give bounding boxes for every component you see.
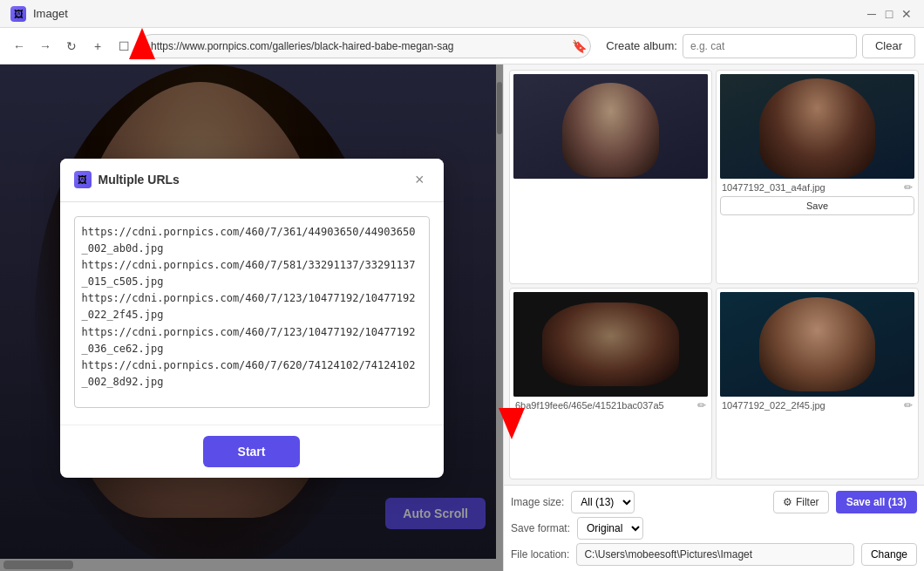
gallery-item: 460x690 10477192_022_2f45.jpg ✏ bbox=[716, 288, 919, 480]
modal-close-button[interactable]: × bbox=[410, 169, 430, 191]
right-panel: 853x1280 460x690 10477192_031_a4af.jpg bbox=[503, 65, 924, 571]
clear-button[interactable]: Clear bbox=[862, 34, 915, 58]
maximize-button[interactable]: □ bbox=[882, 7, 896, 21]
thumbnail: 460x690 bbox=[720, 292, 914, 397]
change-button[interactable]: Change bbox=[861, 543, 917, 566]
thumbnail: 000x250 bbox=[513, 292, 708, 397]
gallery-item: 460x690 10477192_031_a4af.jpg ✏ Save bbox=[716, 70, 919, 284]
close-button[interactable]: ✕ bbox=[900, 7, 914, 21]
modal-header: 🖼 Multiple URLs × bbox=[60, 159, 444, 202]
bottom-toolbar: Image size: All (13) ⚙ Filter Save all (… bbox=[504, 485, 924, 571]
start-button[interactable]: Start bbox=[203, 436, 301, 467]
minimize-button[interactable]: ─ bbox=[865, 7, 879, 21]
titlebar: Imaget ─ □ ✕ bbox=[0, 0, 924, 28]
gallery-item: 853x1280 bbox=[509, 70, 712, 284]
bookmark-icon: 🔖 bbox=[572, 39, 587, 53]
toolbar-row-format: Save format: Original bbox=[511, 517, 917, 540]
item-footer: 10477192_022_2f45.jpg ✏ bbox=[720, 397, 914, 411]
thumbnail: 853x1280 bbox=[513, 74, 708, 179]
address-input[interactable] bbox=[139, 34, 591, 58]
main-area: Auto Scroll 🖼 Multiple URLs × https://cd… bbox=[0, 65, 924, 571]
back-button[interactable]: ← bbox=[9, 36, 30, 57]
save-button[interactable]: Save bbox=[720, 196, 914, 215]
album-input[interactable] bbox=[683, 34, 857, 58]
file-location-input[interactable] bbox=[576, 543, 854, 566]
new-tab-button[interactable]: + bbox=[87, 36, 108, 57]
urls-textarea[interactable]: https://cdni.pornpics.com/460/7/361/4490… bbox=[74, 216, 430, 408]
refresh-button[interactable]: ↻ bbox=[61, 36, 82, 57]
window-controls: ─ □ ✕ bbox=[865, 7, 914, 21]
multiple-urls-modal: 🖼 Multiple URLs × https://cdni.pornpics.… bbox=[60, 159, 444, 478]
modal-title: Multiple URLs bbox=[99, 173, 410, 187]
page-icon-button[interactable]: ☐ bbox=[113, 36, 134, 57]
filename-label: 10477192_031_a4af.jpg bbox=[722, 182, 904, 193]
gallery-grid: 853x1280 460x690 10477192_031_a4af.jpg bbox=[504, 65, 924, 485]
edit-icon[interactable]: ✏ bbox=[904, 181, 913, 194]
filter-label: Filter bbox=[796, 496, 819, 508]
modal-body: https://cdni.pornpics.com/460/7/361/4490… bbox=[60, 202, 444, 425]
modal-icon: 🖼 bbox=[74, 171, 92, 188]
forward-button[interactable]: → bbox=[35, 36, 56, 57]
filter-button[interactable]: ⚙ Filter bbox=[773, 491, 829, 513]
file-location-label: File location: bbox=[511, 548, 569, 561]
thumbnail: 460x690 bbox=[720, 74, 914, 179]
save-format-select[interactable]: Original bbox=[577, 517, 643, 540]
save-format-label: Save format: bbox=[511, 522, 570, 534]
modal-footer: Start bbox=[60, 425, 444, 478]
filter-icon: ⚙ bbox=[783, 496, 792, 508]
browser-viewport: Auto Scroll 🖼 Multiple URLs × https://cd… bbox=[0, 65, 503, 571]
modal-overlay: 🖼 Multiple URLs × https://cdni.pornpics.… bbox=[0, 65, 503, 571]
addressbar: ← → ↻ + ☐ 🔖 Create album: Clear bbox=[0, 28, 924, 65]
image-size-select[interactable]: All (13) bbox=[571, 491, 635, 513]
app-title: Imaget bbox=[33, 7, 858, 20]
filename-label: 6ba9f19fee6/465e/41521bac037a5 bbox=[515, 400, 697, 411]
item-footer: 6ba9f19fee6/465e/41521bac037a5 ✏ bbox=[513, 397, 708, 411]
album-label: Create album: bbox=[606, 39, 677, 52]
toolbar-row-size: Image size: All (13) ⚙ Filter Save all (… bbox=[511, 491, 917, 513]
image-size-label: Image size: bbox=[511, 496, 564, 508]
toolbar-row-location: File location: Change bbox=[511, 543, 917, 566]
item-footer: 10477192_031_a4af.jpg ✏ bbox=[720, 179, 914, 194]
edit-icon[interactable]: ✏ bbox=[904, 399, 913, 411]
edit-icon[interactable]: ✏ bbox=[697, 399, 706, 411]
filename-label: 10477192_022_2f45.jpg bbox=[722, 400, 904, 411]
gallery-item: 000x250 6ba9f19fee6/465e/41521bac037a5 ✏ bbox=[509, 288, 712, 480]
save-all-button[interactable]: Save all (13) bbox=[836, 491, 917, 513]
app-icon bbox=[10, 6, 26, 22]
